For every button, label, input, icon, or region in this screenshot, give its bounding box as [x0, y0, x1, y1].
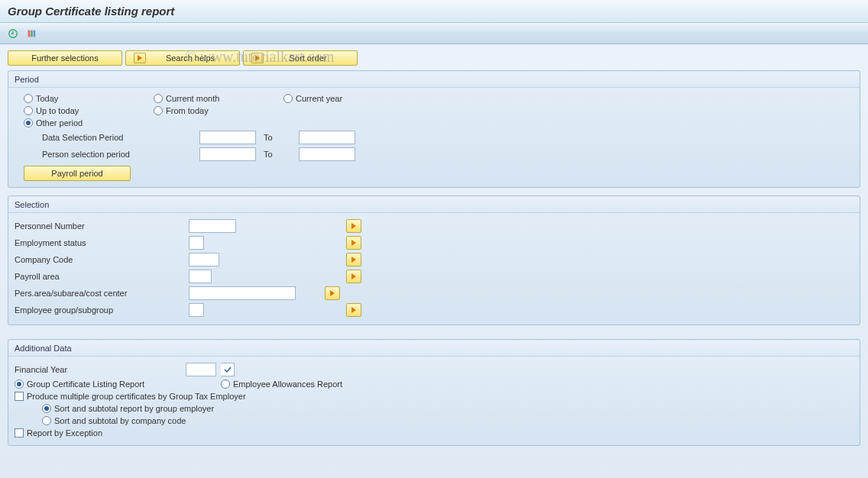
sort-order-label: Sort order [267, 53, 349, 63]
company-code-row: Company Code [8, 251, 860, 268]
data-selection-label: Data Selection Period [42, 133, 195, 142]
radio-today[interactable]: Today [24, 94, 154, 103]
produce-multi-row: Produce multiple group certificates by G… [8, 390, 860, 402]
radio-other-period[interactable]: Other period [24, 118, 154, 128]
to-label: To [264, 133, 273, 142]
employment-status-row: Employment status [8, 234, 860, 251]
multiple-selection-button[interactable] [325, 286, 340, 300]
financial-year-row: Financial Year [8, 361, 860, 378]
person-selection-from-input[interactable] [199, 147, 256, 161]
svg-rect-1 [28, 30, 31, 37]
sort-employer-row: Sort and subtotal report by group employ… [8, 402, 860, 415]
company-code-input[interactable] [189, 253, 219, 266]
radio-up-to-today[interactable]: Up to today [24, 106, 154, 115]
pers-area-input[interactable] [189, 286, 296, 300]
radio-sort-employer[interactable]: Sort and subtotal report by group employ… [42, 404, 214, 413]
person-selection-label: Person selection period [42, 150, 195, 159]
additional-data-group: Additional Data Financial Year Group Cer… [8, 339, 860, 446]
report-exception-row: Report by Exception [8, 427, 860, 439]
data-selection-row: Data Selection Period To [8, 129, 860, 146]
radio-gcl-report[interactable]: Group Certificate Listing Report [15, 379, 221, 389]
personnel-number-row: Personnel Number [8, 218, 860, 234]
window-title: Group Certificate listing report [0, 0, 868, 23]
arrow-right-icon [251, 53, 264, 63]
report-type-row: Group Certificate Listing Report Employe… [8, 378, 860, 390]
period-radio-row3: Other period [8, 117, 860, 129]
execute-icon[interactable] [6, 27, 20, 40]
radio-sort-company[interactable]: Sort and subtotal by company code [42, 416, 186, 425]
selection-legend: Selection [8, 198, 860, 213]
payroll-period-button[interactable]: Payroll period [24, 166, 131, 181]
multiple-selection-button[interactable] [346, 303, 361, 317]
pers-area-label: Pers.area/subarea/cost center [15, 289, 186, 298]
checkbox-report-exception[interactable]: Report by Exception [15, 428, 102, 438]
period-radio-row1: Today Current month Current year [8, 92, 860, 105]
personnel-number-input[interactable] [189, 219, 236, 233]
svg-rect-2 [31, 30, 33, 37]
employee-group-input[interactable] [189, 303, 204, 317]
search-helps-button[interactable]: Search helps [125, 50, 240, 66]
employee-group-label: Employee group/subgroup [15, 305, 186, 315]
payroll-area-label: Payroll area [15, 272, 186, 281]
personnel-number-label: Personnel Number [15, 221, 186, 231]
pers-area-row: Pers.area/subarea/cost center [8, 285, 860, 302]
data-selection-to-input[interactable] [299, 131, 355, 144]
sort-order-button[interactable]: Sort order [243, 50, 358, 66]
employee-group-row: Employee group/subgroup [8, 302, 860, 318]
period-group: Period Today Current month Current year … [8, 70, 860, 188]
content-area: Further selections Search helps Sort ord… [0, 44, 868, 478]
svg-rect-3 [34, 30, 36, 37]
search-helps-label: Search helps [149, 53, 232, 63]
person-selection-to-input[interactable] [299, 147, 355, 161]
payroll-area-input[interactable] [189, 270, 212, 283]
company-code-label: Company Code [15, 255, 186, 264]
financial-year-input[interactable] [186, 363, 216, 376]
multiple-selection-button[interactable] [346, 236, 361, 250]
radio-emp-allowances[interactable]: Employee Allowances Report [221, 379, 342, 389]
further-selections-button[interactable]: Further selections [8, 50, 122, 66]
additional-legend: Additional Data [8, 341, 860, 357]
financial-year-label: Financial Year [15, 365, 181, 374]
period-radio-row2: Up to today From today [8, 105, 860, 117]
employment-status-input[interactable] [189, 236, 204, 250]
period-legend: Period [8, 73, 860, 88]
toolbar: © www.tutorialkart.com [0, 23, 868, 44]
employment-status-label: Employment status [15, 238, 186, 247]
sort-company-row: Sort and subtotal by company code [8, 415, 860, 427]
radio-from-today[interactable]: From today [154, 106, 283, 115]
to-label: To [264, 150, 273, 159]
multiple-selection-button[interactable] [346, 219, 361, 233]
selection-group: Selection Personnel Number Employment st… [8, 195, 860, 325]
action-buttons-row: Further selections Search helps Sort ord… [8, 50, 860, 66]
arrow-right-icon [134, 53, 146, 63]
checkbox-produce-multi[interactable]: Produce multiple group certificates by G… [15, 392, 246, 401]
value-help-icon[interactable] [221, 363, 235, 376]
multiple-selection-button[interactable] [346, 253, 361, 266]
radio-current-month[interactable]: Current month [154, 94, 283, 103]
multiple-selection-button[interactable] [346, 270, 361, 283]
data-selection-from-input[interactable] [199, 131, 256, 144]
variant-icon[interactable] [24, 27, 38, 40]
payroll-area-row: Payroll area [8, 268, 860, 285]
person-selection-row: Person selection period To [8, 146, 860, 163]
radio-current-year[interactable]: Current year [283, 94, 413, 103]
